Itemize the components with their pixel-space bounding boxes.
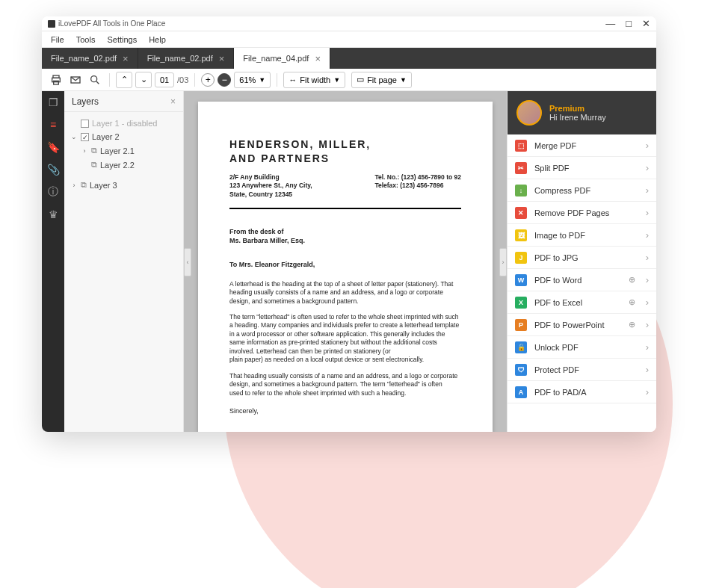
menu-settings[interactable]: Settings bbox=[107, 35, 137, 44]
tool-item[interactable]: ✕Remove PDF Pages› bbox=[508, 202, 656, 224]
fit-page-dropdown[interactable]: ▭ Fit page ▼ bbox=[351, 72, 412, 88]
doc-title-2: AND PARTNERS bbox=[229, 152, 461, 166]
layer-row[interactable]: ⌄ Layer 2 bbox=[67, 130, 180, 143]
layer-checkbox[interactable] bbox=[81, 133, 89, 141]
tool-item[interactable]: 🔓Unlock PDF› bbox=[508, 336, 656, 359]
menu-help[interactable]: Help bbox=[149, 35, 166, 44]
chevron-right-icon: › bbox=[646, 319, 649, 330]
tool-item[interactable]: 🖼Image to PDF› bbox=[508, 224, 656, 247]
tool-icon: X bbox=[515, 297, 527, 309]
caret-right-icon[interactable]: › bbox=[70, 182, 78, 189]
close-window-button[interactable]: ✕ bbox=[642, 18, 650, 29]
tool-icon: ⬚ bbox=[515, 140, 527, 152]
award-icon[interactable]: ♛ bbox=[46, 208, 60, 221]
zoom-out-button[interactable]: − bbox=[218, 73, 231, 87]
toolbar: ⌃ ⌄ /03 + − 61% ▼ ↔ Fit width ▼ ▭ Fit pa… bbox=[42, 69, 656, 91]
chevron-right-icon: › bbox=[646, 364, 649, 375]
tool-item[interactable]: JPDF to JPG› bbox=[508, 247, 656, 269]
layer-row[interactable]: Layer 1 - disabled bbox=[67, 117, 180, 130]
tab-file-2[interactable]: File_name_02.pdf × bbox=[138, 48, 235, 69]
tool-icon: ✂ bbox=[515, 162, 527, 174]
layer-label: Layer 2.2 bbox=[100, 161, 135, 170]
layers-panel: Layers × Layer 1 - disabled ⌄ Layer 2 › … bbox=[64, 91, 184, 432]
tool-item[interactable]: XPDF to Excel⊕› bbox=[508, 291, 656, 314]
doc-from: From the desk of Ms. Barbara Miller, Esq… bbox=[229, 227, 461, 245]
chevron-right-icon: › bbox=[646, 297, 649, 308]
tool-item[interactable]: ✂Split PDF› bbox=[508, 157, 656, 179]
tools-panel: Premium Hi Irene Murray ⬚Merge PDF›✂Spli… bbox=[507, 91, 656, 432]
layer-row[interactable]: › ⧉ Layer 3 bbox=[67, 178, 180, 192]
caret-right-icon[interactable]: › bbox=[81, 147, 88, 155]
layer-checkbox[interactable] bbox=[81, 120, 89, 128]
titlebar: iLovePDF All Tools in One Place — □ ✕ bbox=[42, 16, 656, 31]
collapse-left-handle[interactable]: ‹ bbox=[184, 248, 191, 276]
separator bbox=[194, 73, 195, 87]
tool-icon: 🛡 bbox=[515, 364, 527, 376]
doc-title-1: HENDERSON, MILLER, bbox=[229, 137, 461, 152]
caret-down-icon[interactable]: ⌄ bbox=[70, 133, 78, 140]
chevron-right-icon: › bbox=[646, 229, 649, 241]
tool-item[interactable]: 🛡Protect PDF› bbox=[508, 359, 656, 381]
app-window: iLovePDF All Tools in One Place — □ ✕ Fi… bbox=[42, 16, 656, 432]
pages-icon[interactable]: ❐ bbox=[46, 96, 60, 109]
page-number-input[interactable] bbox=[155, 72, 174, 87]
chevron-down-icon: ▼ bbox=[400, 76, 407, 84]
info-icon[interactable]: ⓘ bbox=[46, 185, 60, 199]
layers-icon[interactable]: ≡ bbox=[46, 118, 60, 131]
menu-file[interactable]: File bbox=[51, 35, 64, 44]
main-area: ❐ ≡ 🔖 📎 ⓘ ♛ Layers × Layer 1 - disabled … bbox=[42, 91, 656, 432]
next-page-button[interactable]: ⌄ bbox=[135, 72, 152, 88]
fit-width-dropdown[interactable]: ↔ Fit width ▼ bbox=[283, 72, 345, 88]
chevron-right-icon: › bbox=[646, 252, 649, 263]
doc-to: To Mrs. Eleanor Fitzgerald, bbox=[229, 260, 461, 269]
close-panel-button[interactable]: × bbox=[170, 96, 176, 107]
menubar: File Tools Settings Help bbox=[42, 31, 656, 48]
app-icon bbox=[48, 20, 55, 28]
account-header[interactable]: Premium Hi Irene Murray bbox=[508, 91, 656, 134]
print-button[interactable] bbox=[48, 72, 64, 88]
page-total: /03 bbox=[177, 75, 188, 84]
search-button[interactable] bbox=[87, 72, 103, 88]
layer-row[interactable]: ⧉ Layer 2.2 bbox=[67, 158, 180, 172]
tool-list: ⬚Merge PDF›✂Split PDF›↓Compress PDF›✕Rem… bbox=[508, 134, 656, 403]
attachment-icon[interactable]: 📎 bbox=[46, 163, 60, 176]
document-viewer[interactable]: ‹ › HENDERSON, MILLER, AND PARTNERS 2/F … bbox=[184, 91, 507, 432]
chevron-right-icon: › bbox=[646, 274, 649, 285]
close-icon[interactable]: × bbox=[219, 53, 225, 64]
tool-item[interactable]: WPDF to Word⊕› bbox=[508, 269, 656, 291]
tab-label: File_name_02.pdf bbox=[147, 54, 213, 63]
tab-file-3[interactable]: File_name_04.pdf × bbox=[234, 48, 330, 69]
doc-paragraph: used to refer to the whole sheet imprint… bbox=[229, 389, 461, 397]
prev-page-button[interactable]: ⌃ bbox=[116, 72, 132, 88]
maximize-button[interactable]: □ bbox=[626, 18, 632, 29]
tool-icon: ✕ bbox=[515, 207, 527, 219]
tab-file-1[interactable]: File_name_02.pdf × bbox=[42, 48, 138, 69]
tool-label: Compress PDF bbox=[534, 186, 590, 195]
bookmark-icon[interactable]: 🔖 bbox=[46, 140, 60, 154]
tab-label: File_name_02.pdf bbox=[51, 54, 117, 63]
tool-icon: W bbox=[515, 274, 527, 286]
tool-label: Merge PDF bbox=[534, 141, 576, 150]
tool-icon: J bbox=[515, 252, 527, 264]
chevron-right-icon: › bbox=[646, 162, 649, 173]
close-icon[interactable]: × bbox=[123, 53, 129, 64]
fit-width-icon: ↔ bbox=[289, 75, 297, 84]
layer-row[interactable]: › ⧉ Layer 2.1 bbox=[67, 143, 180, 158]
tool-item[interactable]: ⬚Merge PDF› bbox=[508, 134, 656, 157]
menu-tools[interactable]: Tools bbox=[76, 35, 96, 44]
zoom-in-button[interactable]: + bbox=[201, 73, 215, 87]
mail-button[interactable] bbox=[67, 72, 84, 88]
avatar bbox=[516, 100, 542, 126]
doc-paragraph: That heading usually consists of a name … bbox=[229, 372, 461, 389]
collapse-right-handle[interactable]: › bbox=[499, 248, 507, 276]
close-icon[interactable]: × bbox=[315, 53, 321, 64]
tool-label: Unlock PDF bbox=[534, 343, 579, 352]
zoom-dropdown[interactable]: 61% ▼ bbox=[234, 72, 271, 88]
chevron-right-icon: › bbox=[646, 341, 649, 353]
tool-icon: P bbox=[515, 319, 527, 331]
tool-item[interactable]: APDF to PAD/A› bbox=[508, 381, 656, 403]
doc-paragraph: A letterhead is the heading at the top o… bbox=[229, 280, 461, 306]
minimize-button[interactable]: — bbox=[605, 18, 615, 29]
tool-item[interactable]: ↓Compress PDF› bbox=[508, 179, 656, 202]
tool-item[interactable]: PPDF to PowerPoint⊕› bbox=[508, 314, 656, 336]
